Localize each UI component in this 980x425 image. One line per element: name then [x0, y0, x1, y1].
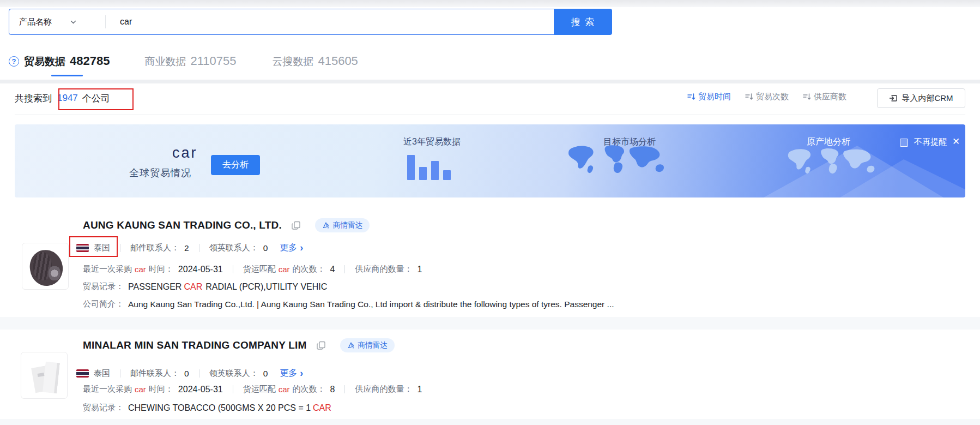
- sort-supplier-count[interactable]: 供应商数: [803, 92, 846, 102]
- separator: [120, 369, 120, 378]
- found-count: 1947: [57, 93, 78, 104]
- supplier-count: 1: [417, 265, 422, 274]
- purchase-label: 最近一次采购: [83, 264, 132, 274]
- sort-controls: 贸易时间 贸易次数 供应商数: [687, 92, 861, 102]
- sort-label: 贸易时间: [698, 92, 731, 102]
- supplier-label: 供应商的数量：: [355, 384, 412, 394]
- product-image: [43, 362, 60, 393]
- banner-subtitle: 全球贸易情况: [129, 166, 191, 179]
- company-name[interactable]: MINALAR MIN SAN TRADING COMPANY LIM: [83, 339, 307, 351]
- category-select[interactable]: 产品名称: [9, 9, 105, 34]
- bar-chart-icon: [407, 154, 457, 180]
- tab-label: 云搜数据: [272, 55, 313, 69]
- radar-icon: [322, 222, 330, 229]
- active-tab-underline: [51, 75, 83, 76]
- separator: [344, 265, 345, 273]
- tire-image: [49, 265, 61, 282]
- top-strip: [0, 0, 980, 7]
- separator: [233, 385, 233, 393]
- category-label: 产品名称: [19, 17, 52, 27]
- import-crm-label: 导入内部CRM: [902, 93, 953, 104]
- radar-badge[interactable]: 商情雷达: [315, 218, 370, 232]
- banner-label-trade3y: 近3年贸易数据: [403, 136, 461, 148]
- tab-count: 415605: [318, 54, 358, 68]
- company-meta-row: 泰国 邮件联系人： 2 领英联系人： 0 更多 ›: [76, 242, 303, 254]
- sort-trade-count[interactable]: 贸易次数: [745, 92, 789, 102]
- radar-label: 商情雷达: [358, 340, 388, 350]
- analyze-button[interactable]: 去分析: [211, 155, 260, 175]
- trade-record-row: 贸易记录： PASSENGER CAR RADIAL (PCR),UTILITY…: [83, 282, 327, 292]
- search-box: 产品名称 car: [9, 9, 554, 35]
- freight-label: 的次数：: [293, 264, 325, 274]
- company-name[interactable]: AUNG KAUNG SAN TRADING CO., LTD.: [83, 219, 282, 231]
- copy-icon[interactable]: [317, 341, 326, 350]
- profile-label: 公司简介：: [83, 299, 124, 309]
- trade-record-label: 贸易记录：: [83, 282, 124, 292]
- close-icon[interactable]: ✕: [952, 136, 960, 147]
- data-tabs: ? 贸易数据 482785 商业数据 2110755 云搜数据 415605: [9, 50, 358, 72]
- sort-label: 贸易次数: [756, 92, 789, 102]
- freight-count: 8: [330, 385, 335, 394]
- company-thumbnail[interactable]: [22, 243, 69, 290]
- results-summary: 共搜索到 1947 个公司: [15, 89, 110, 107]
- keyword-highlight: car: [135, 385, 146, 394]
- sort-icon: [745, 93, 753, 101]
- radar-badge[interactable]: 商情雷达: [340, 338, 395, 352]
- company-meta-row: 泰国 邮件联系人： 0 领英联系人： 0 更多 ›: [76, 368, 303, 379]
- tab-business-data[interactable]: 商业数据 2110755: [144, 54, 236, 69]
- tab-count: 2110755: [190, 54, 236, 68]
- purchase-label: 时间：: [149, 384, 173, 394]
- world-map-icon: [564, 144, 675, 179]
- purchase-date: 2024-05-31: [178, 265, 223, 274]
- world-map-icon: [782, 147, 887, 179]
- radar-icon: [347, 342, 355, 349]
- analysis-banner: car 全球贸易情况 去分析 近3年贸易数据 目标市场分析 原产地分析 不再提醒…: [15, 124, 965, 197]
- section-separator: [0, 80, 980, 83]
- linkedin-contacts-label: 领英联系人：: [209, 368, 258, 379]
- search-button[interactable]: 搜 索: [554, 9, 612, 35]
- separator: [199, 369, 199, 378]
- keyword-highlight: CAR: [313, 403, 331, 413]
- dismiss-checkbox[interactable]: [900, 139, 908, 147]
- chevron-right-icon: ›: [300, 368, 303, 379]
- keyword-highlight: CAR: [184, 282, 202, 292]
- country-label: 泰国: [94, 243, 110, 253]
- copy-icon[interactable]: [292, 221, 301, 230]
- banner-keyword: car: [172, 145, 198, 161]
- profile-text: Aung Kaung San Trading Co.,Ltd. | Aung K…: [128, 300, 614, 309]
- company-thumbnail[interactable]: [21, 352, 68, 399]
- dismiss-label[interactable]: 不再提醒: [914, 137, 947, 147]
- more-label: 更多: [280, 242, 297, 254]
- radar-label: 商情雷达: [333, 220, 362, 230]
- country-label: 泰国: [94, 368, 110, 379]
- search-input[interactable]: car: [106, 17, 554, 27]
- found-suffix: 个公司: [82, 92, 110, 105]
- banner-label-origin: 原产地分析: [807, 136, 850, 148]
- card-separator: [0, 317, 980, 330]
- company-title-row: AUNG KAUNG SAN TRADING CO., LTD. 商情雷达: [83, 218, 370, 232]
- help-icon[interactable]: ?: [9, 56, 19, 67]
- more-link[interactable]: 更多 ›: [280, 368, 303, 379]
- tab-trade-data[interactable]: 贸易数据 482785: [24, 54, 110, 69]
- tab-count: 482785: [70, 54, 110, 68]
- freight-label: 货运匹配: [243, 384, 276, 394]
- trade-record-text: PASSENGER: [128, 282, 182, 292]
- import-icon: [889, 94, 898, 103]
- sort-icon: [803, 93, 811, 101]
- more-link[interactable]: 更多 ›: [280, 242, 303, 254]
- company-title-row: MINALAR MIN SAN TRADING COMPANY LIM 商情雷达: [83, 338, 395, 352]
- email-contacts-count: 0: [184, 369, 189, 379]
- trade-record-label: 贸易记录：: [83, 403, 124, 413]
- tab-cloud-search-data[interactable]: 云搜数据 415605: [272, 54, 358, 69]
- import-crm-button[interactable]: 导入内部CRM: [877, 88, 965, 108]
- sort-icon: [687, 93, 695, 101]
- tab-label: 贸易数据: [24, 55, 65, 69]
- sort-trade-time[interactable]: 贸易时间: [687, 92, 731, 102]
- linkedin-contacts-count: 0: [263, 369, 268, 379]
- trade-record-text: CHEWING TOBACCO (500GMS X 20 PCS = 1: [128, 403, 311, 413]
- purchase-label: 时间：: [149, 264, 173, 274]
- thailand-flag-icon: [76, 369, 89, 378]
- supplier-count: 1: [417, 385, 422, 394]
- more-label: 更多: [280, 368, 297, 379]
- purchase-date: 2024-05-31: [178, 385, 223, 394]
